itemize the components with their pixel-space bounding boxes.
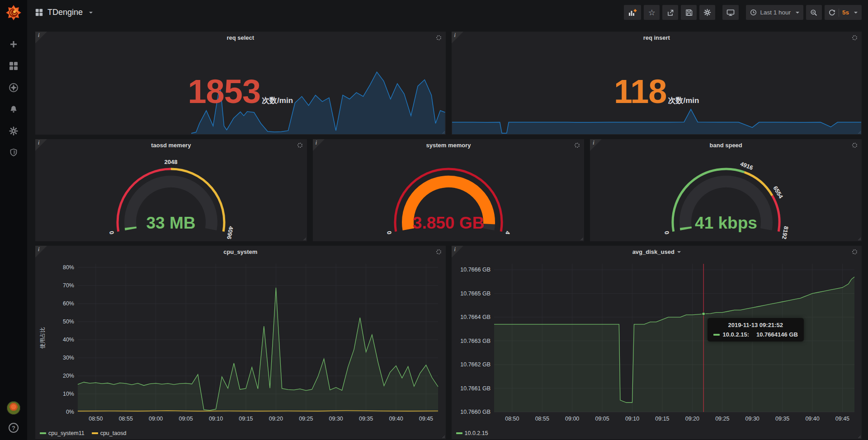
- panel-resize-handle[interactable]: [580, 237, 583, 240]
- clock-icon: [750, 9, 757, 16]
- svg-text:50%: 50%: [63, 318, 74, 325]
- panel-req-insert: i req insert 118 次数/min: [452, 32, 862, 135]
- svg-text:0: 0: [108, 230, 115, 235]
- band-speed-gauge: 049166554819241 kbps: [590, 152, 862, 241]
- dashboards-icon[interactable]: [9, 61, 19, 71]
- svg-text:33 MB: 33 MB: [146, 214, 196, 232]
- stat-suffix: 次数/min: [262, 95, 293, 106]
- panel-title[interactable]: cpu_system: [35, 246, 446, 258]
- stat-suffix: 次数/min: [668, 95, 699, 106]
- panel-resize-handle[interactable]: [441, 435, 445, 438]
- panel-taosd-memery: i taosd memery 02048409633 MB: [35, 139, 307, 241]
- panel-loading-spinner: [852, 35, 857, 40]
- refresh-picker[interactable]: 5s: [825, 5, 862, 20]
- svg-text:09:40: 09:40: [805, 416, 819, 422]
- share-dashboard-button[interactable]: [662, 5, 678, 20]
- svg-text:10.7661 GB: 10.7661 GB: [460, 385, 491, 392]
- svg-text:30%: 30%: [63, 355, 74, 361]
- tooltip-series-name: 10.0.2.15:: [723, 331, 750, 338]
- system-memory-gauge: 043.850 GB: [313, 152, 585, 241]
- legend-series-dash: [456, 432, 462, 434]
- panel-menu-caret-icon: [677, 251, 681, 253]
- svg-text:4: 4: [504, 230, 511, 235]
- svg-text:09:10: 09:10: [625, 416, 639, 422]
- stat-number: 118: [614, 75, 666, 108]
- admin-shield-icon[interactable]: [9, 148, 19, 158]
- panel-cpu-system: i cpu_system 0%10%20%30%40%50%60%70%80%0…: [35, 246, 446, 439]
- avg-disk-used-graph: 10.7660 GB10.7661 GB10.7662 GB10.7663 GB…: [454, 258, 859, 426]
- panel-title[interactable]: req select: [35, 32, 446, 44]
- panel-resize-handle[interactable]: [857, 237, 861, 240]
- panel-title[interactable]: band speed: [590, 139, 862, 151]
- add-panel-icon: [628, 9, 637, 16]
- panel-title[interactable]: system memory: [313, 139, 585, 151]
- legend-item[interactable]: cpu_taosd: [92, 430, 127, 436]
- req-insert-sparkline: [452, 106, 862, 134]
- svg-text:09:15: 09:15: [239, 416, 253, 422]
- legend-series-dash: [92, 432, 98, 434]
- dashboard-picker[interactable]: TDengine: [35, 8, 93, 17]
- dashboard-grid-icon: [35, 9, 43, 16]
- panel-system-memory: i system memory 043.850 GB: [313, 139, 585, 241]
- add-panel-button[interactable]: [624, 5, 641, 20]
- panel-loading-spinner: [436, 35, 441, 40]
- refresh-interval-label: 5s: [842, 9, 849, 16]
- add-icon[interactable]: [9, 39, 19, 49]
- svg-text:09:45: 09:45: [835, 416, 849, 422]
- svg-text:09:35: 09:35: [775, 416, 789, 422]
- dashboard-title: TDengine: [47, 8, 83, 17]
- panel-loading-spinner: [297, 143, 302, 148]
- legend-series-label: cpu_taosd: [100, 430, 127, 436]
- user-avatar[interactable]: [7, 401, 20, 415]
- svg-text:4096: 4096: [226, 226, 235, 240]
- svg-text:09:10: 09:10: [209, 416, 223, 422]
- panel-resize-handle[interactable]: [302, 237, 306, 240]
- panel-resize-handle[interactable]: [857, 435, 861, 438]
- svg-text:8192: 8192: [781, 226, 790, 240]
- time-range-picker[interactable]: Last 1 hour: [746, 5, 803, 20]
- panel-req-select: i req select 1853 次数/min: [35, 32, 446, 135]
- svg-text:0: 0: [386, 230, 393, 235]
- panel-title[interactable]: taosd memery: [35, 139, 307, 151]
- svg-text:08:50: 08:50: [89, 416, 103, 422]
- legend-series-label: cpu_system11: [48, 430, 85, 436]
- svg-text:09:30: 09:30: [329, 416, 343, 422]
- tooltip-time: 2019-11-13 09:21:52: [713, 322, 798, 328]
- svg-text:3.850 GB: 3.850 GB: [413, 214, 484, 232]
- save-dashboard-button[interactable]: [681, 5, 697, 20]
- share-icon: [666, 9, 674, 16]
- star-dashboard-button[interactable]: ☆: [644, 5, 660, 20]
- svg-text:0%: 0%: [66, 409, 74, 415]
- svg-text:10.7665 GB: 10.7665 GB: [460, 290, 491, 297]
- legend-item[interactable]: cpu_system11: [40, 430, 85, 436]
- svg-text:80%: 80%: [63, 264, 74, 271]
- zoom-out-button[interactable]: [806, 5, 822, 20]
- legend-item[interactable]: 10.0.2.15: [456, 430, 488, 436]
- panel-band-speed: i band speed 049166554819241 kbps: [590, 139, 862, 241]
- grafana-logo[interactable]: [0, 0, 27, 25]
- svg-text:09:15: 09:15: [655, 416, 669, 422]
- star-icon: ☆: [648, 9, 656, 17]
- panel-title[interactable]: avg_disk_used: [452, 246, 862, 258]
- svg-text:09:30: 09:30: [745, 416, 759, 422]
- svg-text:20%: 20%: [63, 373, 74, 379]
- tv-mode-button[interactable]: [722, 5, 739, 20]
- tooltip-series-dash: [713, 334, 720, 336]
- explore-compass-icon[interactable]: [9, 83, 19, 93]
- graph-legend: 10.0.2.15: [456, 430, 488, 436]
- svg-text:使用占比: 使用占比: [39, 327, 46, 349]
- panel-loading-spinner: [436, 249, 441, 254]
- svg-text:10.7664 GB: 10.7664 GB: [460, 314, 491, 320]
- help-icon[interactable]: ?: [9, 423, 19, 433]
- svg-text:09:25: 09:25: [715, 416, 729, 422]
- alerting-bell-icon[interactable]: [9, 104, 19, 114]
- navbar: TDengine ☆: [27, 0, 868, 25]
- svg-text:09:05: 09:05: [179, 416, 193, 422]
- svg-text:10.7660 GB: 10.7660 GB: [460, 409, 491, 415]
- svg-text:09:40: 09:40: [389, 416, 403, 422]
- settings-button[interactable]: [699, 5, 715, 20]
- svg-text:0: 0: [663, 230, 670, 235]
- configuration-gear-icon[interactable]: [9, 126, 19, 136]
- panel-title[interactable]: req insert: [452, 32, 862, 44]
- monitor-icon: [726, 9, 735, 16]
